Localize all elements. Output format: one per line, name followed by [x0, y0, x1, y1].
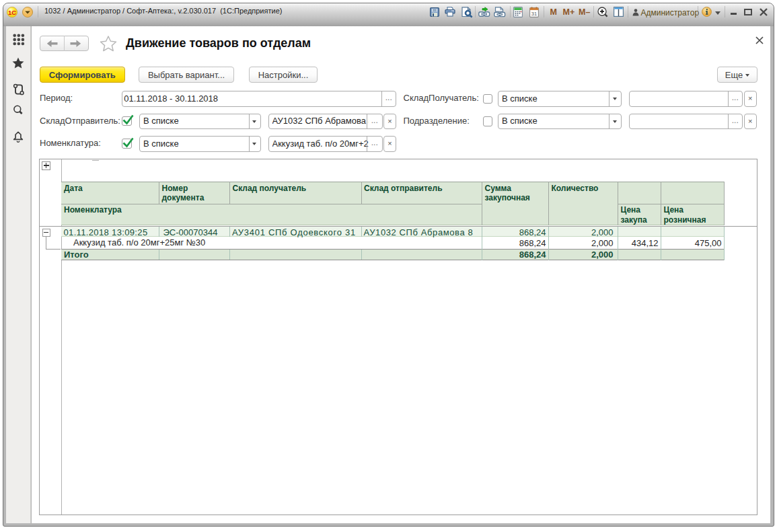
svg-text:1C: 1C [8, 9, 16, 16]
svg-text:31: 31 [531, 11, 537, 17]
